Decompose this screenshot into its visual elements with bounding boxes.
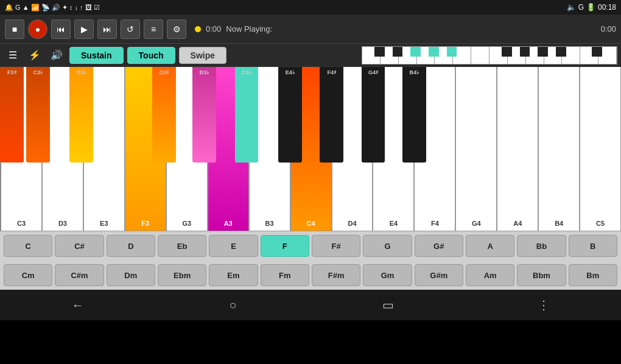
chord-F[interactable]: F	[261, 235, 309, 257]
chord-Bb[interactable]: Bb	[517, 235, 566, 257]
mini-keyboard	[362, 46, 617, 65]
black-key-F3s[interactable]: F3♯	[0, 67, 24, 163]
chord-A[interactable]: A	[466, 235, 514, 257]
black-key-E3b[interactable]: E3♭	[69, 67, 93, 163]
chord-Gs[interactable]: G#	[415, 235, 463, 257]
now-playing-label: Now Playing:	[226, 24, 272, 33]
black-key-G4s[interactable]: G4♯	[362, 67, 385, 163]
battery-icon: 🔋	[586, 3, 595, 12]
stop-button[interactable]: ■	[5, 19, 24, 39]
play-button[interactable]: ▶	[74, 19, 94, 39]
yellow-dot	[195, 26, 201, 32]
chord-E[interactable]: E	[209, 235, 258, 257]
chord-Cs[interactable]: C#	[55, 235, 103, 257]
settings-button[interactable]: ⚙	[167, 19, 186, 39]
chord-Em[interactable]: Em	[209, 264, 258, 286]
status-right: 🔈 G 🔋 00:18	[567, 3, 616, 12]
volume-icon: 🔈	[567, 3, 576, 12]
chord-Eb[interactable]: Eb	[158, 235, 206, 257]
back-button[interactable]: ←	[60, 293, 96, 317]
more-button[interactable]: ⋮	[525, 293, 562, 317]
black-key-F4s[interactable]: F4♯	[320, 67, 343, 163]
key-C5[interactable]: C5	[580, 67, 621, 231]
chord-Fsm[interactable]: F#m	[312, 264, 360, 286]
loop-button[interactable]: ↺	[121, 19, 140, 39]
time-display: 00:18	[598, 3, 616, 12]
chord-Dm[interactable]: Dm	[107, 264, 155, 286]
now-playing-area: 0:00 Now Playing: 0:00	[195, 24, 616, 33]
black-key-C4b[interactable]: C4♭	[235, 67, 259, 163]
black-key-B4b[interactable]: B4♭	[402, 67, 426, 163]
black-key-G3s[interactable]: G3♯	[152, 67, 176, 163]
chord-Bbm[interactable]: Bbm	[517, 264, 566, 286]
rewind-button[interactable]: ⏮	[51, 19, 71, 39]
chord-B[interactable]: B	[569, 235, 617, 257]
key-A4[interactable]: A4	[497, 67, 538, 231]
black-key-E4b[interactable]: E4♭	[278, 67, 302, 163]
chord-D[interactable]: D	[107, 235, 155, 257]
menu-button[interactable]: ≡	[144, 19, 163, 39]
chord-Fm[interactable]: Fm	[261, 264, 309, 286]
tab-sustain[interactable]: Sustain	[69, 47, 124, 64]
chord-row: C C# D Eb E F F# G G# A Bb B	[0, 231, 621, 261]
tab-swipe[interactable]: Swipe	[179, 47, 226, 64]
fast-forward-button[interactable]: ⏭	[97, 19, 117, 39]
chord-Csm[interactable]: C#m	[55, 264, 103, 286]
volume-ctrl-icon[interactable]: 🔊	[47, 46, 66, 65]
lightning-icon[interactable]: ⚡	[26, 46, 44, 65]
chord-Ebm[interactable]: Ebm	[158, 264, 206, 286]
home-button[interactable]: ○	[215, 293, 251, 317]
chord-Fs[interactable]: F#	[312, 235, 360, 257]
key-G4[interactable]: G4	[455, 67, 497, 231]
piano-area[interactable]: C3 D3 E3 F3 G3 A3 B3 C4 D4 E4 F4 G4 A4 B…	[0, 67, 621, 231]
toolbar: ■ ● ⏮ ▶ ⏭ ↺ ≡ ⚙ 0:00 Now Playing: 0:00	[0, 15, 621, 44]
chord-G[interactable]: G	[363, 235, 412, 257]
time-left: 0:00	[206, 24, 221, 33]
controls-bar: ☰ ⚡ 🔊 Sustain Touch Swipe	[0, 44, 621, 67]
hamburger-icon[interactable]: ☰	[4, 46, 22, 65]
key-B4[interactable]: B4	[538, 67, 580, 231]
tab-touch[interactable]: Touch	[127, 47, 175, 64]
status-left: 🔔 G ▲ 📶 📡 🔊 ✦ ↕ ↓ ↑ 🖼 ☑	[5, 4, 100, 12]
status-icons: 🔔 G ▲ 📶 📡 🔊 ✦ ↕ ↓ ↑ 🖼 ☑	[5, 4, 100, 12]
recent-button[interactable]: ▭	[370, 293, 407, 317]
signal-text: G	[578, 3, 584, 12]
bottom-nav: ← ○ ▭ ⋮	[0, 290, 621, 320]
piano-container: C3 D3 E3 F3 G3 A3 B3 C4 D4 E4 F4 G4 A4 B…	[0, 67, 621, 231]
status-bar: 🔔 G ▲ 📶 📡 🔊 ✦ ↕ ↓ ↑ 🖼 ☑ 🔈 G 🔋 00:18	[0, 0, 621, 15]
chord-Cm[interactable]: Cm	[4, 264, 52, 286]
black-key-C3b[interactable]: C3♭	[26, 67, 50, 163]
minor-chord-row: Cm C#m Dm Ebm Em Fm F#m Gm G#m Am Bbm Bm	[0, 261, 621, 290]
chord-Am[interactable]: Am	[466, 264, 514, 286]
chord-Gsm[interactable]: G#m	[415, 264, 463, 286]
record-button[interactable]: ●	[28, 19, 47, 39]
chord-Gm[interactable]: Gm	[363, 264, 412, 286]
chord-Bm[interactable]: Bm	[569, 264, 617, 286]
chord-C[interactable]: C	[4, 235, 52, 257]
time-right: 0:00	[601, 24, 616, 33]
black-key-B3b[interactable]: B3♭	[192, 67, 216, 163]
